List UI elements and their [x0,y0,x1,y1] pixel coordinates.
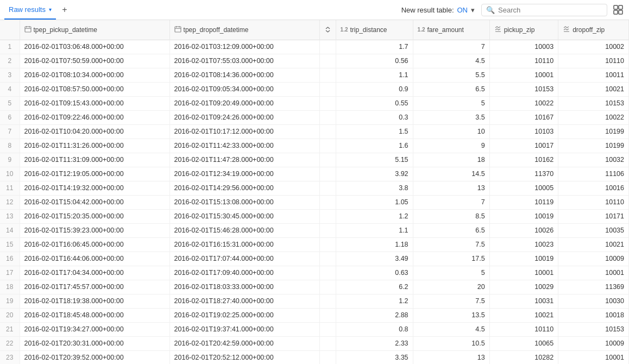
numeric-icon2: 1.2 [418,27,425,33]
cell-row-num: 10 [0,167,20,181]
cell-pickup: 2016-02-01T17:04:34.000+00:00 [20,266,169,280]
cell-dzip: 10110 [558,54,629,68]
cell-pickup: 2016-02-01T08:10:34.000+00:00 [20,68,169,82]
cell-row-num: 15 [0,237,20,252]
svg-rect-1 [619,5,622,9]
cell-pickup: 2016-02-01T11:31:09.000+00:00 [20,153,169,167]
col-trip-distance[interactable]: 1.2 trip_distance [336,20,413,40]
raw-results-tab[interactable]: Raw results ▾ [4,0,56,20]
cell-dzip: 10171 [558,209,629,223]
cell-dist: 0.8 [336,322,413,336]
cell-fare: 7 [413,40,489,54]
cell-pickup: 2016-02-01T03:06:48.000+00:00 [20,40,169,54]
cell-empty [319,252,336,266]
col-pickup-zip[interactable]: pickup_zip [489,20,558,40]
cell-dropoff: 2016-02-01T19:37:41.000+00:00 [169,322,319,336]
cell-dzip: 10009 [558,336,629,350]
table-row: 17 2016-02-01T17:04:34.000+00:00 2016-02… [0,266,629,280]
table-header-row: tpep_pickup_datetime tpep_dropoff_dateti… [0,20,629,40]
cell-dzip: 10153 [558,96,629,110]
search-input[interactable] [498,6,602,14]
table-row: 18 2016-02-01T17:45:57.000+00:00 2016-02… [0,280,629,294]
cell-empty [319,96,336,110]
cell-fare: 13.5 [413,308,489,322]
cell-dzip: 10001 [558,350,629,364]
cell-dropoff: 2016-02-01T18:03:33.000+00:00 [169,280,319,294]
cell-dropoff: 2016-02-01T09:20:49.000+00:00 [169,96,319,110]
cell-pzip: 10001 [489,266,558,280]
numeric-icon: 1.2 [341,27,348,33]
new-result-table-chevron-icon[interactable]: ▾ [471,6,475,14]
cell-dzip: 10002 [558,40,629,54]
cell-row-num: 4 [0,82,20,96]
cell-row-num: 6 [0,110,20,124]
svg-rect-2 [614,10,618,14]
cell-empty [319,110,336,124]
col-dropoff-datetime[interactable]: tpep_dropoff_datetime [169,20,319,40]
cell-row-num: 14 [0,223,20,237]
cell-pickup: 2016-02-01T18:19:38.000+00:00 [20,294,169,308]
layout-icon[interactable] [612,3,625,16]
table-row: 15 2016-02-01T16:06:45.000+00:00 2016-02… [0,237,629,252]
cell-dzip: 11106 [558,167,629,181]
col-dist-label: trip_distance [350,26,387,34]
cell-dropoff: 2016-02-01T15:30:45.000+00:00 [169,209,319,223]
cell-empty [319,336,336,350]
cell-pzip: 10023 [489,237,558,252]
cell-dropoff: 2016-02-01T07:55:03.000+00:00 [169,54,319,68]
cell-row-num: 20 [0,308,20,322]
cell-fare: 7.5 [413,237,489,252]
col-fare-amount[interactable]: 1.2 fare_amount [413,20,489,40]
cell-fare: 18 [413,153,489,167]
numeric-icon3 [494,26,502,34]
col-dropoff-zip[interactable]: dropoff_zip [558,20,629,40]
cell-dist: 1.6 [336,139,413,153]
new-result-table-label: New result table: [401,6,454,14]
cell-fare: 6.5 [413,82,489,96]
sort-arrows-icon [324,26,331,33]
cell-row-num: 13 [0,209,20,223]
cell-pzip: 10026 [489,223,558,237]
cell-row-num: 3 [0,68,20,82]
col-pickup-datetime[interactable]: tpep_pickup_datetime [20,20,169,40]
cell-row-num: 11 [0,181,20,195]
cell-dropoff: 2016-02-01T18:27:40.000+00:00 [169,294,319,308]
cell-dist: 3.35 [336,350,413,364]
cell-dist: 0.56 [336,54,413,68]
cell-pickup: 2016-02-01T16:44:06.000+00:00 [20,252,169,266]
cell-fare: 5.5 [413,68,489,82]
cell-row-num: 8 [0,139,20,153]
cell-dropoff: 2016-02-01T10:17:12.000+00:00 [169,124,319,139]
search-icon: 🔍 [486,6,495,14]
cell-empty [319,223,336,237]
cell-empty [319,124,336,139]
table-row: 9 2016-02-01T11:31:09.000+00:00 2016-02-… [0,153,629,167]
datetime-icon2 [174,26,181,34]
add-tab-button[interactable]: + [58,3,71,16]
cell-fare: 14.5 [413,167,489,181]
cell-dzip: 10021 [558,82,629,96]
table-row: 5 2016-02-01T09:15:43.000+00:00 2016-02-… [0,96,629,110]
cell-dropoff: 2016-02-01T17:07:44.000+00:00 [169,252,319,266]
table-row: 2 2016-02-01T07:50:59.000+00:00 2016-02-… [0,54,629,68]
table-row: 8 2016-02-01T11:31:26.000+00:00 2016-02-… [0,139,629,153]
table-body: 1 2016-02-01T03:06:48.000+00:00 2016-02-… [0,40,629,364]
table-row: 14 2016-02-01T15:39:23.000+00:00 2016-02… [0,223,629,237]
cell-dzip: 10030 [558,294,629,308]
cell-empty [319,266,336,280]
cell-row-num: 18 [0,280,20,294]
cell-pzip: 11370 [489,167,558,181]
cell-dzip: 11369 [558,280,629,294]
svg-rect-8 [175,27,181,32]
table-row: 1 2016-02-01T03:06:48.000+00:00 2016-02-… [0,40,629,54]
cell-dropoff: 2016-02-01T20:52:12.000+00:00 [169,350,319,364]
cell-dist: 0.3 [336,110,413,124]
cell-fare: 6.5 [413,223,489,237]
cell-empty [319,40,336,54]
col-sort[interactable] [319,20,336,40]
cell-row-num: 23 [0,350,20,364]
cell-dropoff: 2016-02-01T09:05:34.000+00:00 [169,82,319,96]
cell-dist: 1.2 [336,209,413,223]
cell-pickup: 2016-02-01T14:19:32.000+00:00 [20,181,169,195]
search-box[interactable]: 🔍 [481,4,607,16]
